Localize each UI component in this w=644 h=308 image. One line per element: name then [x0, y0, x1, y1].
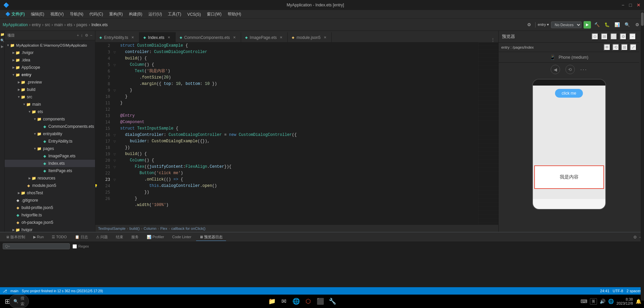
- tree-item-ohpackage[interactable]: ◆ oh-package.json5: [5, 219, 95, 226]
- tree-item-indexets[interactable]: ◆ Index.ets: [5, 160, 95, 167]
- device-selector[interactable]: No Devices: [551, 21, 582, 28]
- preview-refresh-icon[interactable]: ⊙: [592, 33, 598, 40]
- tree-item-src[interactable]: ▼ 📁 src: [5, 93, 95, 101]
- breadcrumb-main[interactable]: main: [54, 22, 63, 27]
- tab-entryability[interactable]: ◆ EntryAbility.ts ✕: [95, 32, 139, 42]
- code-editor[interactable]: 2 3 4 5 6 7 8 9 10 11 12 13 14 15 16 17 …: [95, 43, 498, 224]
- breadcrumb-build[interactable]: build(): [130, 226, 140, 230]
- git-branch[interactable]: main: [10, 289, 18, 293]
- build-button[interactable]: 🔨: [593, 21, 601, 29]
- tree-item-resources[interactable]: ▶ 📁 resources: [5, 174, 95, 182]
- taskbar-mail[interactable]: ✉: [279, 297, 289, 306]
- menu-refactor[interactable]: 重构(R): [106, 11, 126, 18]
- breadcrumb-app[interactable]: MyApplication: [3, 22, 28, 27]
- settings-icon[interactable]: ⚙: [525, 21, 533, 29]
- tab-imagepage[interactable]: ◆ ImagePage.ets ✕: [241, 32, 288, 42]
- speaker-icon[interactable]: 🔊: [600, 299, 605, 304]
- menu-help[interactable]: 帮助(H): [225, 11, 244, 18]
- search-button[interactable]: 🔍: [623, 21, 631, 29]
- sidebar-collapse-icon[interactable]: −: [90, 33, 92, 38]
- tab-indexets[interactable]: ◆ Index.ets ✕: [139, 32, 176, 42]
- preview-zoom-icon[interactable]: ⤢: [630, 44, 637, 51]
- menu-app[interactable]: 🔷 文件(F): [3, 11, 28, 18]
- tree-item-pages[interactable]: ▼ 📁 pages: [5, 145, 95, 152]
- bottom-tab-problems[interactable]: ⚠ 问题: [93, 234, 111, 241]
- tree-item-modulejson[interactable]: ◆ module.json5: [5, 182, 95, 189]
- tree-item-main[interactable]: ▼ 📁 main: [5, 101, 95, 108]
- tree-item-entryability[interactable]: ▼ 📁 entryability: [5, 130, 95, 138]
- bottom-tab-log[interactable]: 📋 日志: [72, 234, 91, 241]
- tree-item-itempage[interactable]: ◆ ItemPage.ets: [5, 167, 95, 174]
- preview-expand-icon[interactable]: ⬜: [610, 33, 617, 40]
- phone-click-me-button[interactable]: click me: [555, 89, 583, 98]
- breadcrumb-file[interactable]: Index.ets: [91, 22, 108, 27]
- menu-edit[interactable]: 编辑(E): [28, 11, 47, 18]
- tree-item-entryabilityts[interactable]: ◆ EntryAbility.ts: [5, 138, 95, 145]
- bottom-tab-codelinter[interactable]: Code Linter: [169, 234, 195, 240]
- more-button[interactable]: ⚙: [633, 21, 641, 29]
- tree-item-commoncomponents[interactable]: ◆ CommonComponents.ets: [5, 123, 95, 130]
- preview-eye-icon[interactable]: 👁: [604, 44, 610, 51]
- tree-item-ohostest[interactable]: ▶ 📁 ohosTest: [5, 189, 95, 197]
- sidebar-add-icon[interactable]: +: [77, 33, 79, 38]
- regex-checkbox[interactable]: [73, 244, 77, 249]
- close-tab-icon[interactable]: ✕: [167, 35, 171, 40]
- preview-minimize-icon[interactable]: −: [629, 33, 636, 40]
- tree-item-hvigorfile[interactable]: ◆ hvigorfile.ts: [5, 211, 95, 219]
- minimize-button[interactable]: −: [622, 2, 624, 8]
- bottom-tab-end[interactable]: 结束: [112, 234, 127, 241]
- profile-button[interactable]: 📊: [613, 21, 621, 29]
- bottom-tab-profiler[interactable]: 📊 Profiler: [143, 234, 168, 241]
- tree-item-preview[interactable]: ▶ 📁 .preview: [5, 79, 95, 86]
- close-tab-icon[interactable]: ✕: [279, 35, 283, 40]
- close-button[interactable]: ✕: [637, 2, 641, 8]
- tree-item-gitignore[interactable]: ◆ .gitignore: [5, 197, 95, 204]
- menu-vcs[interactable]: VCS(S): [185, 11, 204, 17]
- breadcrumb-pages[interactable]: pages: [76, 22, 87, 27]
- network-icon[interactable]: 🌐: [608, 299, 614, 304]
- tree-item-idea[interactable]: ▶ 📁 .idea: [5, 56, 95, 64]
- datetime[interactable]: 8:38 2023/12/8: [616, 297, 633, 305]
- preview-more-button[interactable]: ···: [580, 66, 587, 73]
- taskbar-edge[interactable]: 🌐: [291, 297, 301, 306]
- close-tab-icon[interactable]: ✕: [232, 35, 237, 40]
- tree-item-imagepage[interactable]: ◆ ImagePage.ets: [5, 152, 95, 160]
- activity-search-icon[interactable]: 🔍: [0, 38, 4, 42]
- tree-item-components[interactable]: ▼ 📁 components: [5, 115, 95, 123]
- bottom-tab-run[interactable]: ▶ Run: [30, 234, 47, 241]
- tab-modulejson[interactable]: ◆ module.json5 ✕: [288, 32, 331, 42]
- taskbar-devtools[interactable]: 🔧: [328, 297, 337, 306]
- breadcrumb-entry[interactable]: entry: [32, 22, 41, 27]
- breadcrumb-callback[interactable]: callback for onClick(): [171, 226, 205, 230]
- sidebar-settings-icon[interactable]: ⚙: [85, 33, 88, 38]
- breadcrumb-column[interactable]: Column: [144, 226, 156, 230]
- line-col[interactable]: 24:41: [600, 289, 609, 293]
- bottom-tab-service[interactable]: 服务: [128, 234, 142, 241]
- breadcrumb-ets[interactable]: ets: [67, 22, 72, 27]
- close-tab-icon[interactable]: ✕: [323, 35, 327, 40]
- breadcrumb-flex[interactable]: Flex: [160, 226, 167, 230]
- tree-item-buildprofile[interactable]: ◆ build-profile.json5: [5, 204, 95, 211]
- menu-nav[interactable]: 导航(N): [67, 11, 86, 18]
- bottom-tab-preview-log[interactable]: 🖥 预览器日志: [196, 234, 226, 241]
- activity-run-icon[interactable]: ▶: [0, 44, 4, 48]
- bottom-search-input[interactable]: [3, 243, 70, 249]
- menu-run[interactable]: 运行(U): [146, 11, 165, 18]
- menu-tools[interactable]: 工具(T): [165, 11, 184, 18]
- menu-view[interactable]: 视图(V): [48, 11, 66, 18]
- menu-code[interactable]: 代码(C): [87, 11, 106, 18]
- tree-item-ets[interactable]: ▼ 📁 ets: [5, 108, 95, 115]
- preview-grid-icon[interactable]: ⊞: [601, 33, 608, 40]
- bottom-settings-icon[interactable]: ⚙: [633, 235, 637, 240]
- bottom-tab-version[interactable]: 🖥 版本控制: [3, 234, 29, 241]
- code-content[interactable]: struct CustomDialogExample { controller:…: [118, 43, 478, 224]
- close-tab-icon[interactable]: ✕: [130, 35, 135, 40]
- sidebar-sort-icon[interactable]: ↕: [81, 33, 83, 38]
- run-button[interactable]: ▶: [584, 21, 591, 29]
- taskbar-vscode[interactable]: ⬛: [316, 297, 325, 306]
- breadcrumb-src[interactable]: src: [45, 22, 50, 27]
- activity-files-icon[interactable]: 📁: [0, 32, 4, 36]
- preview-rotate-button[interactable]: ⟲: [565, 65, 575, 74]
- maximize-button[interactable]: □: [629, 2, 632, 8]
- encoding[interactable]: UTF-8: [613, 289, 623, 293]
